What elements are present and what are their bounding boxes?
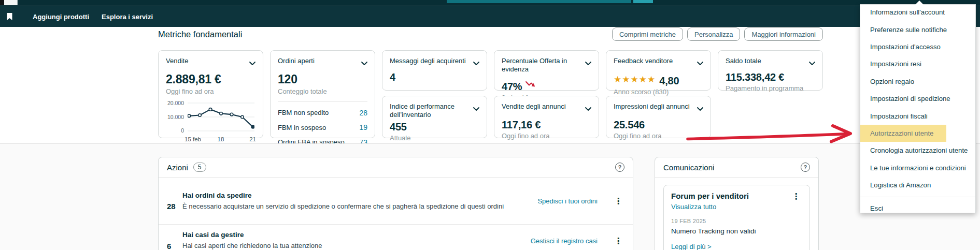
card-title: Feedback venditore [614, 57, 673, 65]
chevron-down-icon[interactable] [585, 104, 591, 113]
metric-card-feedback[interactable]: Feedback venditore ★★★★★ 4,80 Anno scors… [606, 50, 711, 91]
y-tick: 0 [181, 127, 184, 134]
ipi-subtitle: Attuale [390, 134, 479, 142]
sales-sparkline [188, 101, 254, 135]
chevron-down-icon[interactable] [473, 58, 479, 68]
comunicazioni-section: Comunicazioni Forum per i venditori Visu… [655, 157, 819, 250]
metric-card-messaggi[interactable]: Messaggi degli acquirenti 4 [382, 50, 487, 91]
menu-item-autorizzazioni-utente[interactable]: Autorizzazioni utente [860, 125, 946, 142]
impressions-value: 25.546 [614, 119, 703, 131]
chart-y-axis: 20.000 10.000 0 [166, 101, 188, 135]
order-row-fbm-in-sospeso[interactable]: FBM in sospeso 19 [278, 123, 367, 131]
forum-subject: Numero Tracking non validi [671, 227, 802, 235]
collapse-metrics-button[interactable]: Comprimi metriche [612, 27, 683, 41]
menu-caret-icon [915, 1, 924, 5]
kebab-menu-icon[interactable] [612, 236, 624, 246]
action-count: 28 [167, 202, 182, 211]
card-title: Saldo totale [726, 57, 761, 65]
page-title: Metriche fondamentali [158, 30, 242, 39]
metric-cards-row: Vendite 2.889,81 € Oggi fino ad ora 20.0… [158, 50, 823, 138]
metric-card-vendite[interactable]: Vendite 2.889,81 € Oggi fino ad ora 20.0… [158, 50, 263, 138]
sales-subtitle: Oggi fino ad ora [166, 87, 255, 95]
card-title: Percentuale Offerta in evidenza [502, 57, 581, 73]
help-icon[interactable] [801, 163, 810, 172]
metric-card-ipi[interactable]: Indice di performance dell’inventario 45… [382, 96, 487, 138]
card-title: Vendite [166, 57, 188, 65]
orders-subtitle: Conteggio totale [278, 87, 367, 95]
star-rating-icons: ★★★★★ [614, 74, 656, 85]
card-title: Messaggi degli acquirenti [390, 57, 466, 65]
azioni-count-badge: 5 [193, 163, 206, 172]
row-label: FBM in sospeso [278, 124, 326, 131]
action-heading: Hai ordini da spedire [182, 192, 537, 199]
help-icon[interactable] [615, 163, 624, 172]
x-tick: 15 feb [184, 136, 201, 142]
ipi-value: 455 [390, 121, 479, 133]
chart-x-axis: 15 feb 18 21 [188, 136, 254, 143]
menu-item-logistica-amazon[interactable]: Logistica di Amazon [860, 177, 975, 194]
menu-item-impostazioni-spedizione[interactable]: Impostazioni di spedizione [860, 90, 975, 107]
menu-item-informazioni-condizioni[interactable]: Le tue informazioni e condizioni [860, 159, 975, 177]
metric-card-saldo[interactable]: Saldo totale 115.338,42 € Pagamento in p… [718, 50, 823, 91]
menu-item-esci[interactable]: Esci [860, 200, 975, 217]
metric-card-offerta-evidenza[interactable]: Percentuale Offerta in evidenza 47% 2 gi… [494, 50, 599, 91]
forum-card: Forum per i venditori Visualizza tutto 1… [663, 185, 810, 250]
read-more-link[interactable]: Leggi di più > [671, 243, 712, 250]
row-label: FBM non spedito [278, 109, 329, 116]
azioni-title: Azioni [167, 163, 188, 172]
chrome-tab-remnant [4, 0, 17, 5]
order-row-fbm-non-spedito[interactable]: FBM non spedito 28 [278, 109, 367, 117]
azioni-section: Azioni 5 Hai ordini da spedire 28 È nece… [158, 157, 633, 250]
balance-subtitle: Pagamento in programma [726, 84, 815, 92]
metric-card-impressioni[interactable]: Impressioni degli annunci 25.546 Oggi fi… [606, 96, 711, 138]
chevron-down-icon[interactable] [473, 104, 479, 113]
ad-sales-value: 117,16 € [502, 119, 591, 131]
seller-central-dashboard: Aggiungi prodotti Esplora i servizi Metr… [0, 0, 980, 250]
messages-value: 4 [390, 71, 479, 83]
nav-aggiungi-prodotti[interactable]: Aggiungi prodotti [33, 13, 89, 21]
search-bar-remnant[interactable] [447, 0, 631, 3]
case-log-link[interactable]: Gestisci il registro casi [531, 237, 598, 245]
chevron-down-icon[interactable] [809, 58, 815, 68]
action-heading: Hai casi da gestire [182, 231, 531, 239]
x-tick: 18 [218, 136, 224, 142]
chevron-down-icon[interactable] [585, 58, 591, 68]
metric-card-ordini-aperti[interactable]: Ordini aperti 120 Conteggio totale FBM n… [270, 50, 375, 138]
bookmark-icon[interactable] [6, 12, 13, 21]
menu-item-preferenze-notifiche[interactable]: Preferenze sulle notifiche [860, 21, 975, 38]
view-all-link[interactable]: Visualizza tutto [671, 203, 716, 211]
y-tick: 20.000 [167, 100, 184, 106]
menu-item-impostazioni-accesso[interactable]: Impostazioni d'accesso [860, 38, 975, 55]
action-count: 6 [167, 242, 182, 250]
kebab-menu-icon[interactable] [790, 192, 802, 201]
chevron-down-icon[interactable] [361, 58, 367, 68]
lower-region: Azioni 5 Hai ordini da spedire 28 È nece… [0, 143, 980, 250]
customize-button[interactable]: Personalizza [687, 27, 740, 41]
metric-card-vendite-annunci[interactable]: Vendite degli annunci 117,16 € Oggi fino… [494, 96, 599, 138]
search-button-remnant[interactable] [633, 0, 653, 3]
more-info-button[interactable]: Maggiori informazioni [744, 27, 823, 41]
feedback-subtitle: Anno scorso (830) [614, 88, 703, 96]
chevron-down-icon[interactable] [697, 104, 703, 113]
menu-item-impostazioni-fiscali[interactable]: Impostazioni fiscali [860, 107, 975, 124]
row-value[interactable]: 28 [359, 109, 367, 117]
menu-item-informazioni-account[interactable]: Informazioni sull'account [860, 4, 975, 21]
forum-title: Forum per i venditori [671, 192, 749, 200]
chevron-down-icon[interactable] [697, 58, 703, 68]
chevron-down-icon[interactable] [249, 58, 255, 68]
ship-orders-link[interactable]: Spedisci i tuoi ordini [537, 197, 598, 205]
forum-date: 19 FEB 2025 [671, 218, 802, 224]
feedback-value: 4,80 [659, 75, 679, 87]
action-description: È necessario acquistare un servizio di s… [182, 202, 504, 211]
x-tick: 21 [249, 136, 256, 142]
nav-esplora-servizi[interactable]: Esplora i servizi [102, 13, 153, 21]
menu-item-opzioni-regalo[interactable]: Opzioni regalo [860, 73, 975, 90]
menu-item-impostazioni-resi[interactable]: Impostazioni resi [860, 55, 975, 72]
row-value[interactable]: 19 [359, 123, 367, 131]
action-item-ordini: Hai ordini da spedire 28 È necessario ac… [159, 178, 633, 224]
kebab-menu-icon[interactable] [612, 196, 624, 206]
menu-item-cronologia-autorizzazioni[interactable]: Cronologia autorizzazioni utente [860, 142, 975, 159]
account-menu-dropdown: Informazioni sull'account Preferenze sul… [860, 4, 976, 213]
metrics-header: Metriche fondamentali Comprimi metriche … [158, 27, 823, 41]
balance-value: 115.338,42 € [726, 71, 815, 83]
